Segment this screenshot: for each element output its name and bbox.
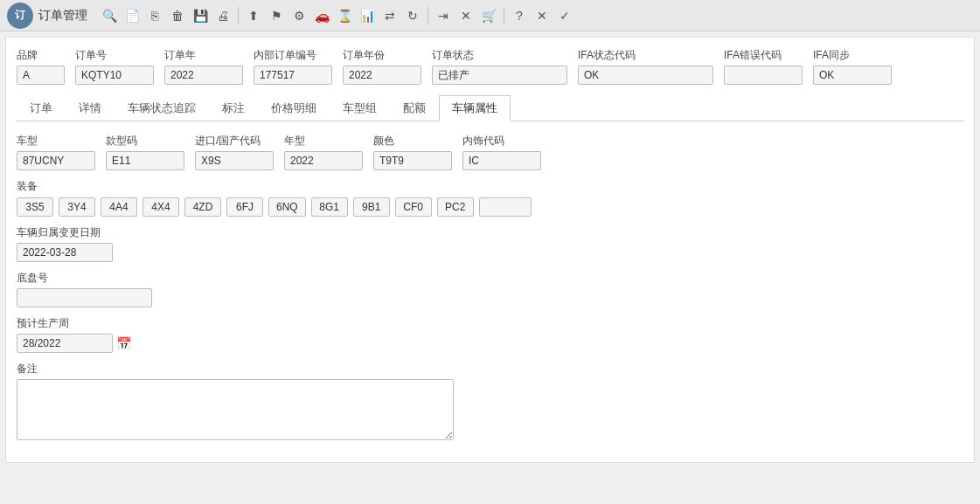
equip-item: 3S5	[17, 197, 53, 217]
model-field: 车型	[17, 134, 95, 170]
color-label: 颜色	[373, 134, 452, 148]
app-title: 订单管理	[38, 8, 87, 24]
toolbar: 订 订单管理 🔍 📄 ⎘ 🗑 💾 🖨 ⬆ ⚑ ⚙ 🚗 ⌛ 📊 ⇄ ↻ ⇥ ✕ 🛒…	[0, 0, 980, 31]
gear-icon[interactable]: ⚙	[289, 6, 309, 25]
close-icon[interactable]: ✕	[456, 6, 476, 25]
ifa-error-field: IFA错误代码	[724, 48, 803, 85]
color-input[interactable]	[373, 151, 452, 170]
order-year-input[interactable]	[164, 66, 243, 85]
cart-icon[interactable]: 🛒	[479, 6, 498, 25]
production-week-block: 预计生产周 📅	[17, 316, 963, 353]
ifa-sync-input[interactable]	[813, 66, 892, 85]
import-field: 进口/国产代码	[195, 134, 274, 170]
tab-detail[interactable]: 详情	[66, 95, 115, 121]
chassis-label: 底盘号	[17, 271, 963, 286]
equipment-row: 3S5 3Y4 4A4 4X4 4ZD 6FJ 6NQ 8G1 9B1 CF0 …	[17, 197, 963, 217]
app-logo: 订	[7, 3, 33, 29]
year-label: 年型	[284, 134, 363, 148]
remarks-textarea[interactable]	[17, 379, 454, 440]
order-year-field: 订单年	[164, 48, 243, 85]
equip-item: 4ZD	[184, 197, 221, 217]
order-status-input[interactable]	[432, 66, 567, 85]
tab-order[interactable]: 订单	[17, 95, 66, 121]
remarks-label: 备注	[17, 362, 963, 376]
order-year2-input[interactable]	[343, 66, 421, 85]
ifa-status-input[interactable]	[578, 66, 713, 85]
delete-icon[interactable]: 🗑	[168, 6, 187, 25]
flag-icon[interactable]: ⚑	[267, 6, 286, 25]
chassis-block: 底盘号	[17, 271, 963, 307]
ifa-status-field: IFA状态代码	[578, 48, 713, 85]
login-icon[interactable]: ⇥	[434, 6, 453, 25]
new-file-icon[interactable]: 📄	[122, 6, 142, 25]
chassis-input[interactable]	[17, 288, 152, 307]
search-icon[interactable]: 🔍	[100, 6, 119, 25]
year-input[interactable]	[284, 151, 363, 170]
sep3	[504, 7, 504, 24]
copy-icon[interactable]: ⎘	[145, 6, 164, 25]
ifa-error-label: IFA错误代码	[724, 48, 803, 63]
model-code-input[interactable]	[106, 151, 184, 170]
header-fields: 品牌 订单号 订单年 内部订单编号 订单年份 订单状态 IFA状态代码	[17, 48, 963, 85]
interior-label: 内饰代码	[462, 134, 541, 148]
calendar-icon[interactable]: 📅	[116, 336, 131, 350]
tab-price[interactable]: 价格明细	[258, 95, 330, 121]
equip-item: 4A4	[101, 197, 137, 217]
color-field: 颜色	[373, 134, 452, 170]
model-code-label: 款型码	[106, 134, 184, 148]
toolbar-icons: 🔍 📄 ⎘ 🗑 💾 🖨 ⬆ ⚑ ⚙ 🚗 ⌛ 📊 ⇄ ↻ ⇥ ✕ 🛒 ? ✕ ✓	[100, 6, 574, 25]
tabs: 订单 详情 车辆状态追踪 标注 价格明细 车型组 配额 车辆属性	[17, 95, 963, 121]
production-week-label: 预计生产周	[17, 316, 963, 331]
production-week-input[interactable]	[17, 334, 113, 353]
sync-icon[interactable]: ↻	[403, 6, 422, 25]
equip-item-empty	[479, 197, 532, 217]
vehicle-change-date-input[interactable]	[17, 243, 113, 262]
order-status-field: 订单状态	[432, 48, 567, 85]
import-input[interactable]	[195, 151, 274, 170]
vehicle-icon[interactable]: 🚗	[312, 6, 331, 25]
production-week-wrapper: 📅	[17, 334, 963, 353]
order-no-field: 订单号	[75, 48, 154, 85]
swap-icon[interactable]: ⇄	[380, 6, 400, 25]
confirm-icon[interactable]: ✓	[555, 6, 574, 25]
print-icon[interactable]: 🖨	[213, 6, 233, 25]
vehicle-attrs-row: 车型 款型码 进口/国产代码 年型 颜色 内饰代码	[17, 134, 963, 170]
brand-field: 品牌	[17, 48, 65, 85]
order-status-label: 订单状态	[432, 48, 567, 63]
tab-allocation[interactable]: 配额	[390, 95, 439, 121]
model-input[interactable]	[17, 151, 95, 170]
save-icon[interactable]: 💾	[191, 6, 210, 25]
cancel-icon[interactable]: ✕	[532, 6, 552, 25]
help-icon[interactable]: ?	[510, 6, 529, 25]
internal-order-input[interactable]	[254, 66, 332, 85]
export-icon[interactable]: ⬆	[244, 6, 263, 25]
order-no-label: 订单号	[75, 48, 154, 63]
internal-order-label: 内部订单编号	[254, 48, 332, 63]
ifa-sync-field: IFA同步	[813, 48, 892, 85]
equip-item: 6FJ	[226, 197, 263, 217]
import-label: 进口/国产代码	[195, 134, 274, 148]
brand-input[interactable]	[17, 66, 65, 85]
interior-input[interactable]	[462, 151, 541, 170]
ifa-error-input[interactable]	[724, 66, 803, 85]
order-no-input[interactable]	[75, 66, 154, 85]
chart-icon[interactable]: 📊	[358, 6, 377, 25]
tab-label[interactable]: 标注	[209, 95, 258, 121]
remarks-block: 备注	[17, 362, 963, 443]
tab-model-group[interactable]: 车型组	[330, 95, 390, 121]
equip-item: 6NQ	[268, 197, 306, 217]
equip-item: 3Y4	[59, 197, 95, 217]
sep2	[427, 7, 428, 24]
tab-vehicle-props[interactable]: 车辆属性	[439, 95, 511, 121]
main-content: 品牌 订单号 订单年 内部订单编号 订单年份 订单状态 IFA状态代码	[5, 37, 975, 463]
internal-order-field: 内部订单编号	[254, 48, 332, 85]
interior-field: 内饰代码	[462, 134, 541, 170]
order-year2-field: 订单年份	[343, 48, 421, 85]
vehicle-change-date-label: 车辆归属变更日期	[17, 225, 963, 240]
tab-vehicle-status[interactable]: 车辆状态追踪	[115, 95, 209, 121]
model-code-field: 款型码	[106, 134, 184, 170]
ifa-sync-label: IFA同步	[813, 48, 892, 63]
equip-item: PC2	[437, 197, 474, 217]
equip-item: CF0	[395, 197, 432, 217]
hourglass-icon[interactable]: ⌛	[335, 6, 354, 25]
